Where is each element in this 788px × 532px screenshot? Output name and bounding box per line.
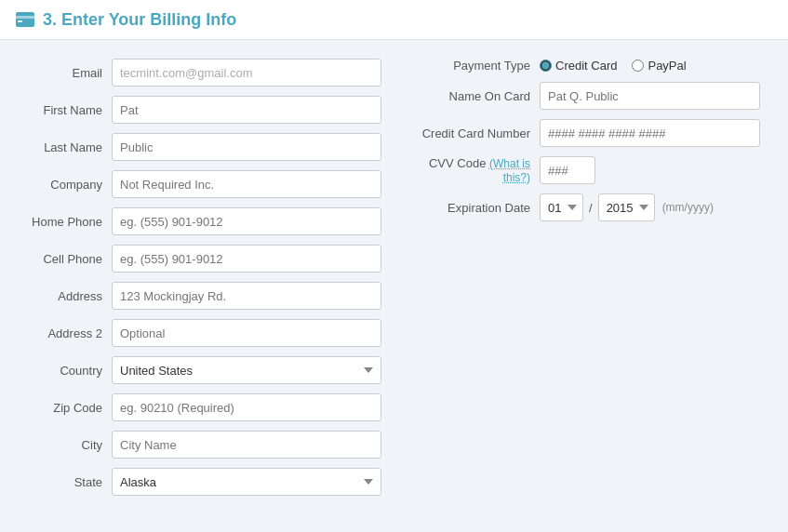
cellphone-label: Cell Phone: [28, 252, 112, 266]
right-column: Payment Type Credit Card PayPal Name On …: [419, 59, 760, 505]
payment-type-label: Payment Type: [419, 59, 540, 73]
paypal-option-label: PayPal: [648, 59, 686, 73]
cvv-label: CVV Code (What is this?): [419, 156, 540, 184]
lastname-label: Last Name: [28, 140, 112, 154]
name-on-card-input[interactable]: [540, 82, 760, 110]
company-label: Company: [28, 178, 112, 192]
expiry-year-select[interactable]: 2015201620172018201920202021202220232024…: [598, 193, 655, 221]
payment-options: Credit Card PayPal: [540, 59, 687, 73]
credit-card-option[interactable]: Credit Card: [540, 59, 617, 73]
email-row: Email: [28, 59, 381, 86]
email-label: Email: [28, 66, 112, 80]
city-row: City: [28, 431, 381, 459]
firstname-row: First Name: [28, 96, 381, 124]
page-title: 3. Enter Your Billing Info: [43, 10, 236, 30]
credit-card-number-input[interactable]: [540, 119, 760, 147]
form-area: Email First Name Last Name Company Home …: [0, 40, 788, 524]
lastname-row: Last Name: [28, 133, 381, 161]
zipcode-label: Zip Code: [28, 401, 112, 415]
credit-card-option-label: Credit Card: [555, 59, 617, 73]
address2-input[interactable]: [112, 319, 381, 347]
city-label: City: [28, 438, 112, 452]
name-on-card-label: Name On Card: [419, 89, 540, 103]
svg-rect-0: [16, 12, 34, 27]
svg-rect-2: [18, 20, 22, 22]
cvv-row: CVV Code (What is this?): [419, 156, 760, 184]
page-wrapper: 3. Enter Your Billing Info Email First N…: [0, 0, 788, 532]
credit-card-number-row: Credit Card Number: [419, 119, 760, 147]
expiry-label: Expiration Date: [419, 201, 540, 215]
address2-row: Address 2: [28, 319, 381, 347]
address-row: Address: [28, 282, 381, 310]
name-on-card-row: Name On Card: [419, 82, 760, 110]
address2-label: Address 2: [28, 326, 112, 340]
payment-type-row: Payment Type Credit Card PayPal: [419, 59, 760, 73]
svg-rect-1: [16, 16, 34, 19]
paypal-option[interactable]: PayPal: [632, 59, 686, 73]
firstname-input[interactable]: [112, 96, 381, 124]
lastname-input[interactable]: [112, 133, 381, 161]
state-select[interactable]: AlaskaAlabamaArizonaArkansasCaliforniaCo…: [112, 468, 381, 496]
homephone-label: Home Phone: [28, 215, 112, 229]
cvv-tooltip-link[interactable]: (What is this?): [489, 157, 530, 184]
billing-icon: [15, 9, 35, 30]
firstname-label: First Name: [28, 103, 112, 117]
cellphone-input[interactable]: [112, 245, 381, 273]
cellphone-row: Cell Phone: [28, 245, 381, 273]
expiry-row: Expiration Date 010203040506070809101112…: [419, 193, 760, 221]
left-column: Email First Name Last Name Company Home …: [28, 59, 381, 505]
country-label: Country: [28, 364, 112, 378]
paypal-radio[interactable]: [632, 60, 644, 72]
country-row: Country United StatesCanadaUnited Kingdo…: [28, 356, 381, 384]
cvv-input[interactable]: [540, 156, 595, 184]
company-row: Company: [28, 170, 381, 198]
company-input[interactable]: [112, 170, 381, 198]
address-label: Address: [28, 289, 112, 303]
expiry-month-select[interactable]: 010203040506070809101112: [540, 193, 583, 221]
state-label: State: [28, 475, 112, 489]
zipcode-row: Zip Code: [28, 393, 381, 421]
credit-card-number-label: Credit Card Number: [419, 126, 540, 140]
credit-card-radio[interactable]: [540, 60, 552, 72]
city-input[interactable]: [112, 431, 381, 459]
expiry-hint: (mm/yyyy): [662, 201, 714, 214]
homephone-row: Home Phone: [28, 207, 381, 235]
country-select[interactable]: United StatesCanadaUnited KingdomAustral…: [112, 356, 381, 384]
address-input[interactable]: [112, 282, 381, 310]
expiry-separator: /: [589, 201, 593, 215]
homephone-input[interactable]: [112, 207, 381, 235]
page-header: 3. Enter Your Billing Info: [0, 0, 788, 40]
email-input[interactable]: [112, 59, 381, 86]
zipcode-input[interactable]: [112, 393, 381, 421]
state-row: State AlaskaAlabamaArizonaArkansasCalifo…: [28, 468, 381, 496]
